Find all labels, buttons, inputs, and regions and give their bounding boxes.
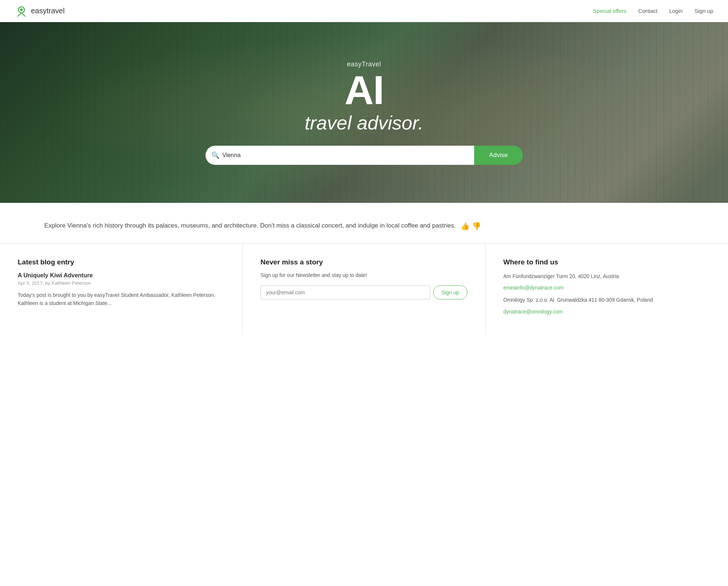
search-bar: 🔍 Advise (206, 146, 523, 165)
blog-meta: Apr 5, 2017, by Kathleen Peterson (18, 280, 225, 286)
contact-email-1[interactable]: emeainfo@dynatrace.com (503, 285, 710, 291)
hero-content: easyTravel AI travel advisor. 🔍 Advise (0, 60, 728, 165)
blog-heading: Latest blog entry (18, 258, 225, 266)
svg-point-1 (20, 8, 23, 11)
footer-blog-col: Latest blog entry A Uniquely Kiwi Advent… (0, 243, 243, 334)
advise-button[interactable]: Advise (474, 146, 522, 165)
footer-contact-col: Where to find us Am Fünfundzwanziger Tur… (486, 243, 728, 334)
contact-address-1: Am Fünfundzwanziger Turm 20, 4020 Linz, … (503, 272, 710, 280)
contact-email-2[interactable]: dynatrace@omnilogy.com (503, 309, 710, 315)
hero-tagline: travel advisor. (15, 112, 713, 134)
advice-section: Explore Vienna's rich history through it… (0, 203, 728, 243)
main-nav: Special offers Contact Login Sign up (593, 8, 713, 14)
header: easytravel Special offers Contact Login … (0, 0, 728, 22)
contact-heading: Where to find us (503, 258, 710, 266)
search-input-wrapper: 🔍 (206, 146, 475, 165)
contact-address-2: Omnilogy Sp. z.o.o. Al. Grunwaldzka 411 … (503, 296, 710, 304)
logo-icon (15, 4, 28, 18)
search-icon: 🔍 (211, 151, 220, 159)
nav-signup[interactable]: Sign up (694, 8, 713, 14)
footer: Latest blog entry A Uniquely Kiwi Advent… (0, 243, 728, 334)
newsletter-heading: Never miss a story (261, 258, 467, 266)
nav-special-offers[interactable]: Special offers (593, 8, 627, 14)
nav-login[interactable]: Login (669, 8, 683, 14)
feedback-icons: 👍 👎 (460, 222, 481, 230)
hero-title: AI (15, 70, 713, 110)
newsletter-form: Sign up (261, 285, 467, 299)
advice-text: Explore Vienna's rich history through it… (44, 222, 456, 229)
newsletter-description: Sign up for our Newsletter and stay up t… (261, 272, 467, 278)
logo-text: easytravel (31, 7, 65, 15)
newsletter-signup-button[interactable]: Sign up (433, 285, 467, 299)
blog-title[interactable]: A Uniquely Kiwi Adventure (18, 272, 225, 279)
logo[interactable]: easytravel (15, 4, 65, 18)
thumbup-icon[interactable]: 👍 (460, 222, 470, 230)
hero-section: easyTravel AI travel advisor. 🔍 Advise (0, 22, 728, 203)
footer-newsletter-col: Never miss a story Sign up for our Newsl… (243, 243, 486, 334)
newsletter-email-input[interactable] (261, 285, 430, 299)
blog-excerpt: Today's post is brought to you by easyTr… (18, 291, 225, 308)
nav-contact[interactable]: Contact (638, 8, 658, 14)
thumbdown-icon[interactable]: 👎 (472, 222, 481, 230)
hero-subtitle: easyTravel (15, 60, 713, 68)
search-input[interactable] (222, 152, 469, 159)
